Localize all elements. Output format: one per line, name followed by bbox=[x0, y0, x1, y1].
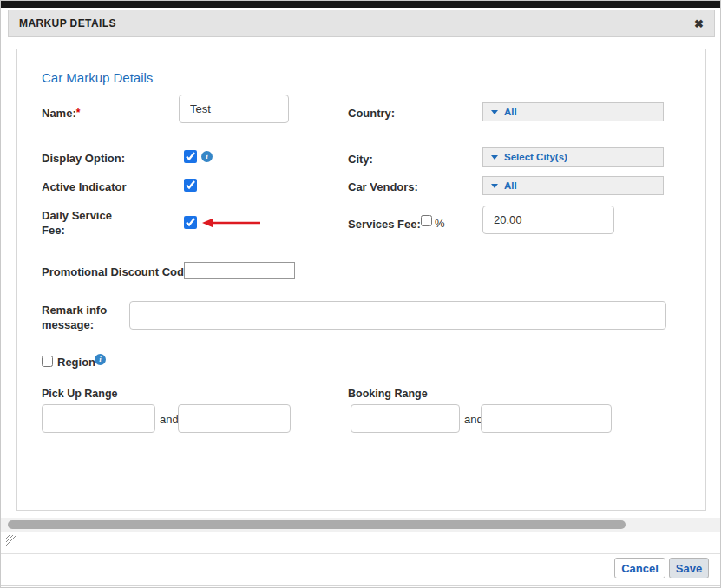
remark-label: Remark info message: bbox=[42, 303, 128, 332]
city-label: City: bbox=[348, 152, 373, 167]
red-arrow-annotation bbox=[201, 217, 264, 229]
promo-code-label: Promotional Discount Code: bbox=[42, 265, 194, 279]
display-option-checkbox[interactable] bbox=[184, 150, 197, 163]
modal-header: MARKUP DETAILS ✖ bbox=[8, 10, 715, 37]
info-icon[interactable]: i bbox=[201, 151, 213, 162]
services-fee-label: Services Fee: bbox=[348, 217, 421, 232]
pick-up-range-from-input[interactable] bbox=[42, 404, 155, 433]
booking-range-to-input[interactable] bbox=[481, 404, 612, 433]
required-asterisk: * bbox=[76, 107, 81, 119]
save-button[interactable]: Save bbox=[669, 558, 709, 578]
active-indicator-label: Active Indicator bbox=[42, 180, 127, 194]
form-heading: Car Markup Details bbox=[42, 70, 153, 85]
info-icon[interactable]: i bbox=[95, 354, 106, 365]
city-selected-value: Select City(s) bbox=[504, 152, 567, 162]
chevron-down-icon bbox=[491, 110, 498, 114]
city-dropdown[interactable]: Select City(s) bbox=[482, 147, 664, 167]
remark-input[interactable] bbox=[129, 301, 666, 330]
modal-title: MARKUP DETAILS bbox=[19, 17, 116, 29]
chevron-down-icon bbox=[491, 184, 498, 188]
booking-range-from-input[interactable] bbox=[351, 404, 460, 433]
car-vendors-label: Car Vendors: bbox=[348, 180, 418, 194]
close-icon[interactable]: ✖ bbox=[694, 18, 704, 29]
display-option-label: Display Option: bbox=[42, 151, 125, 166]
active-indicator-checkbox[interactable] bbox=[184, 179, 197, 192]
promo-code-input[interactable] bbox=[184, 262, 295, 279]
pick-up-range-label: Pick Up Range bbox=[42, 387, 118, 402]
country-dropdown[interactable]: All bbox=[482, 102, 664, 121]
region-checkbox[interactable] bbox=[42, 356, 53, 367]
and-label: and bbox=[160, 413, 179, 426]
country-selected-value: All bbox=[504, 107, 517, 117]
services-fee-percent-checkbox[interactable] bbox=[421, 215, 432, 226]
daily-service-fee-checkbox[interactable] bbox=[184, 216, 197, 229]
markup-details-modal: MARKUP DETAILS ✖ Car Markup Details Name… bbox=[0, 0, 721, 588]
cancel-button[interactable]: Cancel bbox=[614, 558, 665, 578]
pick-up-range-to-input[interactable] bbox=[178, 404, 291, 433]
name-input[interactable] bbox=[179, 95, 289, 123]
modal-bottom-border bbox=[1, 585, 721, 586]
background-page-strip bbox=[1, 1, 721, 8]
percent-label: % bbox=[435, 216, 445, 231]
footer-divider bbox=[1, 553, 721, 554]
resize-grip-icon[interactable] bbox=[5, 534, 17, 546]
car-vendors-dropdown[interactable]: All bbox=[482, 176, 664, 195]
car-vendors-selected-value: All bbox=[504, 180, 517, 191]
booking-range-label: Booking Range bbox=[348, 387, 428, 402]
region-label: Region bbox=[57, 355, 95, 369]
name-label: Name:* bbox=[42, 106, 80, 121]
horizontal-scrollbar-thumb[interactable] bbox=[8, 520, 626, 529]
services-fee-input[interactable] bbox=[482, 206, 614, 234]
country-label: Country: bbox=[348, 106, 395, 121]
daily-service-fee-label: Daily Service Fee: bbox=[42, 208, 130, 238]
chevron-down-icon bbox=[491, 155, 498, 160]
